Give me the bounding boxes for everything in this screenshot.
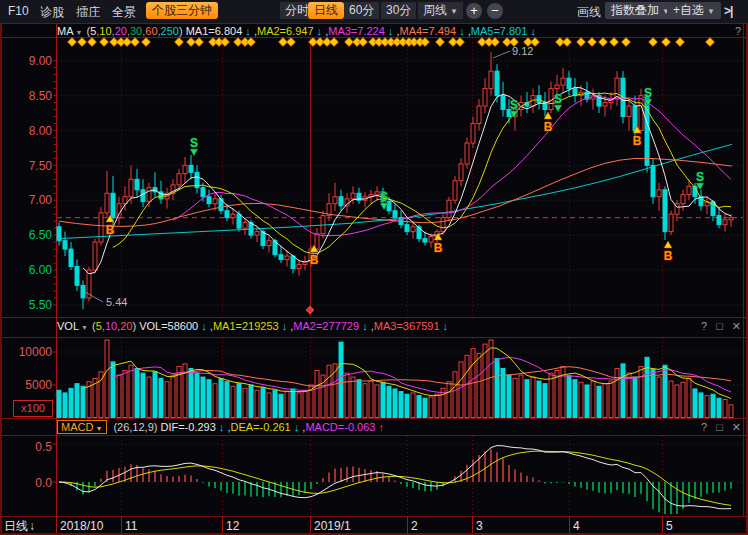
svg-text:6.50: 6.50 xyxy=(29,228,53,242)
help-icon[interactable]: ? xyxy=(701,320,707,332)
tab-weekly[interactable]: 周线▼ xyxy=(418,2,463,19)
tab-daily[interactable]: 日线 xyxy=(308,2,344,19)
chevron-down-icon: ▼ xyxy=(95,425,102,432)
macd-values: (26,12,9) DIF=-0.293 ↓ ,DEA=-0.261 ↓ ,MA… xyxy=(110,421,384,433)
svg-text:S: S xyxy=(554,92,562,106)
svg-text:B: B xyxy=(633,134,642,148)
menu-diagnose[interactable]: 诊股 xyxy=(40,4,64,21)
ma-dropdown-label: MA xyxy=(57,25,74,37)
svg-text:0.0: 0.0 xyxy=(35,476,52,490)
vol-indicator-bar: VOL▼ (5,10,20) VOL=58600 ↓ ,MA1=219253 ↓… xyxy=(0,319,748,333)
vol-dropdown-button[interactable]: VOL▼ xyxy=(57,320,89,332)
zoom-out-button[interactable]: − xyxy=(487,3,503,19)
svg-text:S: S xyxy=(644,86,652,100)
ma-indicator-bar: MA▼ (5,10,20,30,60,250) MA1=6.804 ↓ ,MA2… xyxy=(0,24,748,38)
index-overlay-label: 指数叠加 xyxy=(611,3,659,17)
chevron-down-icon: ▼ xyxy=(450,7,458,16)
menu-overview[interactable]: 全景 xyxy=(112,4,136,21)
svg-text:6.00: 6.00 xyxy=(29,263,53,277)
tab-60min[interactable]: 60分 xyxy=(344,2,379,19)
add-favorite-button[interactable]: +自选▼ xyxy=(667,2,721,19)
collapse-panel-icon[interactable]: >| xyxy=(724,4,732,18)
kline-chart-canvas[interactable]: BSBSBSBSBSBS5.449.129.008.508.007.507.00… xyxy=(0,0,748,535)
svg-text:8.50: 8.50 xyxy=(29,89,53,103)
add-favorite-label: +自选 xyxy=(673,3,704,17)
help-icon[interactable]: ? xyxy=(701,421,707,433)
svg-text:7.50: 7.50 xyxy=(29,159,53,173)
svg-text:5.44: 5.44 xyxy=(106,296,127,308)
ma-dropdown-button[interactable]: MA▼ xyxy=(57,25,83,37)
svg-text:7.00: 7.00 xyxy=(29,193,53,207)
volume-unit-label: x100 xyxy=(13,400,53,417)
svg-text:9.00: 9.00 xyxy=(29,54,53,68)
tab-weekly-label: 周线 xyxy=(423,3,447,17)
stock-3min-button[interactable]: 个股三分钟 xyxy=(146,2,218,19)
down-arrow-icon: ↓ xyxy=(29,519,35,533)
vol-dropdown-label: VOL xyxy=(57,320,79,332)
index-overlay-button[interactable]: 指数叠加▼ xyxy=(605,2,676,19)
svg-text:B: B xyxy=(544,120,553,134)
macd-dropdown-button[interactable]: MACD▼ xyxy=(57,420,107,434)
period-label-text: 日线 xyxy=(4,519,28,533)
menu-banker[interactable]: 擂庄 xyxy=(76,4,100,21)
svg-text:B: B xyxy=(434,241,443,255)
zoom-in-button[interactable]: + xyxy=(466,3,482,19)
maximize-icon[interactable]: □ xyxy=(716,421,723,433)
svg-text:5.50: 5.50 xyxy=(29,298,53,312)
svg-text:B: B xyxy=(664,249,673,263)
menu-f10[interactable]: F10 xyxy=(8,4,29,18)
svg-text:S: S xyxy=(190,136,198,150)
tab-30min[interactable]: 30分 xyxy=(381,2,416,19)
stock-chart-window: BSBSBSBSBSBS5.449.129.008.508.007.507.00… xyxy=(0,0,748,535)
period-label[interactable]: 日线↓ xyxy=(4,518,35,535)
chevron-down-icon: ▼ xyxy=(707,7,715,16)
chevron-down-icon: ▼ xyxy=(76,29,83,36)
macd-dropdown-label: MACD xyxy=(61,421,93,433)
svg-text:S: S xyxy=(510,98,518,112)
svg-text:9.12: 9.12 xyxy=(512,45,533,57)
svg-text:0.5: 0.5 xyxy=(35,440,52,454)
bottom-axis-bar: 日线↓ xyxy=(0,517,748,534)
vol-values: (5,10,20) VOL=58600 ↓ ,MA1=219253 ↓ ,MA2… xyxy=(89,320,448,332)
chevron-down-icon: ▼ xyxy=(81,324,88,331)
close-icon[interactable]: ✕ xyxy=(732,421,741,433)
svg-text:10000: 10000 xyxy=(19,345,53,359)
svg-text:B: B xyxy=(106,223,115,237)
draw-line-button[interactable]: 画线 xyxy=(577,4,601,21)
macd-indicator-bar: MACD▼ (26,12,9) DIF=-0.293 ↓ ,DEA=-0.261… xyxy=(0,420,748,434)
maximize-icon[interactable]: □ xyxy=(716,320,723,332)
close-icon[interactable]: ✕ xyxy=(732,320,741,332)
svg-text:B: B xyxy=(310,253,319,267)
svg-text:S: S xyxy=(380,190,388,204)
svg-text:S: S xyxy=(696,170,704,184)
svg-text:8.00: 8.00 xyxy=(29,124,53,138)
svg-text:5000: 5000 xyxy=(25,378,52,392)
ma-values: (5,10,20,30,60,250) MA1=6.804 ↓ ,MA2=6.9… xyxy=(83,25,535,37)
toolbar: F10 诊股 擂庄 全景 个股三分钟 分时 日线 60分 30分 周线▼ + −… xyxy=(0,0,748,24)
help-icon[interactable]: ? xyxy=(735,25,741,37)
